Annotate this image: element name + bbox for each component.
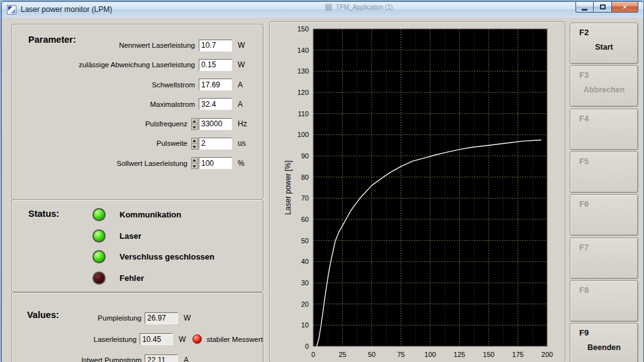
y-tick-label: 80 (301, 173, 309, 181)
parameter-value-input[interactable]: 100 (199, 157, 232, 169)
fkey-f4[interactable]: F4 (570, 109, 638, 150)
value-label: Laserleistung (17, 336, 136, 343)
titlebar[interactable]: Laser power monitor (LPM) TPM_Applicatio… (2, 2, 643, 18)
status-rows: KommunikationLaserVerschluss geschlossen… (12, 208, 263, 285)
fkey-action-label: Start (570, 43, 638, 52)
status-led-kommunikation (92, 208, 106, 221)
status-led-laser (92, 229, 106, 243)
decrement-icon[interactable] (191, 144, 198, 150)
y-tick-label: 140 (297, 47, 309, 54)
x-tick-label: 100 (425, 351, 436, 358)
fkey-f9-beenden[interactable]: F9Beenden (570, 323, 638, 362)
parameter-value-input[interactable]: 2 (199, 138, 232, 150)
y-tick-label: 90 (301, 152, 309, 160)
x-tick-label: 25 (338, 351, 346, 358)
y-tick-label: 30 (301, 279, 309, 287)
y-tick-label: 130 (297, 67, 309, 75)
status-row-verschluss-geschlossen: Verschluss geschlossen (12, 250, 263, 263)
value-row-istwert-pumpstrom: Istwert Pumpstrom22.11A (12, 354, 263, 362)
decrement-icon[interactable] (191, 163, 198, 169)
status-label: Fehler (119, 273, 144, 283)
y-tick-label: 20 (301, 300, 309, 308)
parameter-label: Maximalstrom (150, 101, 195, 108)
parameter-value-input[interactable]: 32.4 (199, 98, 232, 110)
increment-icon[interactable] (191, 118, 198, 124)
value-display: 22.11 (145, 354, 178, 362)
y-tick-label: 100 (297, 131, 309, 138)
parameter-value-input[interactable]: 0.15 (199, 59, 232, 71)
x-tick-label: 175 (512, 351, 523, 358)
value-row-laserleistung: Laserleistung10.45Wstabiler Messwert (12, 333, 263, 346)
minimize-button[interactable] (575, 2, 594, 13)
unit-label: W (238, 41, 257, 50)
maximize-button[interactable] (594, 2, 611, 13)
unit-label: Hz (238, 119, 257, 128)
fkey-f5[interactable]: F5 (570, 151, 638, 193)
y-axis-label: Laser power [%] (284, 160, 292, 215)
fkey-key-label: F8 (579, 285, 589, 295)
status-row-laser: Laser (12, 229, 263, 243)
laser-power-chart: 0255075100125150175200010203040506070809… (269, 21, 565, 362)
unit-label: A (238, 100, 257, 109)
value-label: Pumpleistung (17, 314, 142, 322)
app-icon (7, 5, 16, 14)
parameter-row-schwellstrom: Schwellstrom17.69A (17, 79, 257, 91)
parameter-rows: Nennwert Laserleistung10.7Wzulässige Abw… (17, 39, 257, 170)
background-window-icon (325, 4, 332, 11)
fkey-key-label: F5 (579, 156, 589, 166)
fkey-key-label: F3 (579, 70, 589, 80)
y-tick-label: 40 (301, 258, 309, 265)
x-tick-label: 75 (397, 351, 404, 358)
window-title: Laser power monitor (LPM) (21, 2, 112, 18)
increment-decrement-control[interactable] (191, 118, 198, 130)
decrement-icon[interactable] (191, 124, 198, 130)
y-tick-label: 50 (301, 237, 309, 244)
parameter-value-input[interactable]: 17.69 (199, 79, 232, 90)
fkey-key-label: F7 (579, 243, 589, 252)
caption-buttons: × (575, 2, 638, 13)
fkey-f6[interactable]: F6 (570, 194, 638, 236)
parameter-row-nennwert-laserleistung: Nennwert Laserleistung10.7W (17, 39, 257, 52)
fkey-key-label: F6 (579, 199, 589, 209)
increment-decrement-control[interactable] (191, 157, 198, 169)
fkey-action-label: Abbrechen (570, 85, 638, 94)
parameter-label: Sollwert Laserleistung (116, 160, 187, 167)
status-row-fehler: Fehler (12, 272, 263, 285)
fkey-f8[interactable]: F8 (570, 280, 638, 322)
y-tick-label: 120 (297, 89, 309, 96)
stable-measurement-led (192, 334, 202, 344)
increment-icon[interactable] (191, 138, 198, 144)
unit-label: % (238, 159, 257, 168)
status-label: Laser (119, 231, 142, 241)
unit-label: A (238, 80, 257, 89)
values-rows: Pumpleistung26.97WLaserleistung10.45Wsta… (12, 312, 263, 362)
fkey-f2-start[interactable]: F2Start (570, 23, 638, 64)
fkey-key-label: F9 (579, 328, 589, 337)
parameter-value-input[interactable]: 33000 (199, 118, 232, 130)
x-tick-label: 50 (368, 351, 375, 358)
unit-label: us (238, 139, 257, 148)
parameter-value-input[interactable]: 10.7 (199, 40, 232, 52)
close-icon: × (623, 3, 626, 11)
increment-decrement-control[interactable] (191, 138, 198, 150)
increment-icon[interactable] (191, 157, 198, 163)
unit-label: A (184, 356, 194, 362)
parameter-panel: Parameter: Nennwert Laserleistung10.7Wzu… (11, 24, 264, 200)
fkey-f3-abbrechen[interactable]: F3Abbrechen (570, 65, 638, 107)
status-label: Verschluss geschlossen (119, 252, 214, 261)
y-tick-label: 150 (297, 25, 309, 33)
status-led-fehler (92, 272, 106, 285)
x-tick-label: 200 (541, 351, 553, 358)
fkey-f7[interactable]: F7 (570, 238, 638, 279)
unit-label: W (184, 314, 194, 322)
background-window-hint: TPM_Application (1) (325, 4, 393, 11)
parameter-label: Pulsweite (157, 140, 187, 147)
parameter-label: zulässige Abweichung Laserleistung (79, 61, 195, 69)
background-window-title: TPM_Application (1) (336, 4, 393, 11)
value-display: 26.97 (145, 312, 178, 324)
minimize-icon (582, 9, 587, 11)
close-button[interactable]: × (611, 2, 638, 13)
parameter-row-pulsweite: Pulsweite2us (17, 137, 257, 150)
chart-canvas: 0255075100125150175200010203040506070809… (270, 22, 564, 361)
maximize-icon (600, 4, 606, 9)
